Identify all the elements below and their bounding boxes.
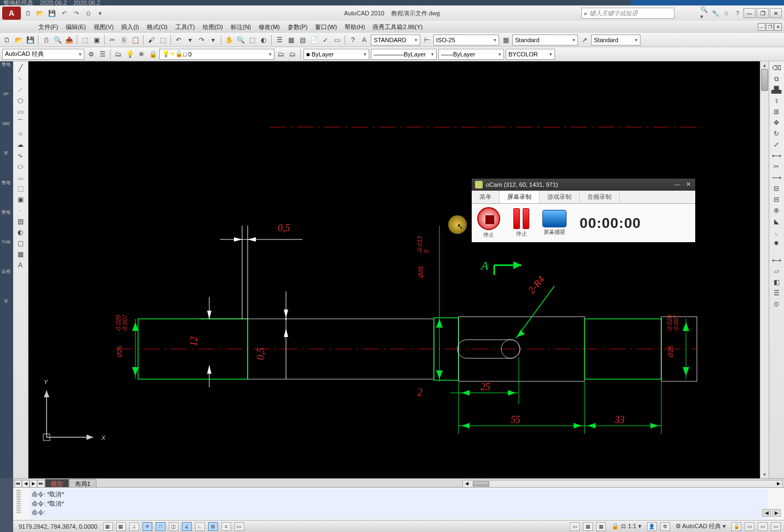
qat-open-icon[interactable]: 📂: [35, 8, 45, 18]
polar-toggle[interactable]: ✛: [142, 522, 152, 531]
zoom-realtime-icon[interactable]: 🔍: [236, 35, 245, 45]
plotstyle-combo[interactable]: BYCOLOR: [506, 49, 555, 60]
text-style-combo[interactable]: STANDARD: [371, 35, 420, 45]
locate-point-icon[interactable]: ⊙: [770, 299, 782, 309]
quickview-layouts-icon[interactable]: ▦: [583, 522, 593, 531]
tab-nav-prev[interactable]: ◀: [22, 480, 30, 488]
mtext-icon[interactable]: A: [14, 260, 26, 270]
layer-lock-icon[interactable]: 🔒: [148, 49, 158, 59]
close-button[interactable]: ✕: [770, 8, 782, 18]
layer-previous-icon[interactable]: 🗂: [276, 49, 286, 59]
tab-nav-next[interactable]: ▶: [30, 480, 37, 488]
circle-icon[interactable]: ○: [14, 128, 26, 139]
cut-icon[interactable]: ✂: [107, 35, 117, 45]
list-icon[interactable]: ☰: [770, 288, 782, 298]
ocam-close-button[interactable]: ✕: [683, 180, 693, 188]
region-icon[interactable]: ▢: [14, 238, 26, 248]
hardware-accel-icon[interactable]: ▭: [745, 522, 754, 531]
layer-match-icon[interactable]: 🗂: [288, 49, 297, 59]
pan-icon[interactable]: ✋: [224, 35, 234, 45]
copy-obj-icon[interactable]: ⧉: [770, 73, 782, 84]
dim-style-combo[interactable]: ISO-25: [433, 35, 499, 45]
distance-icon[interactable]: ⟷: [770, 255, 782, 265]
publish-icon[interactable]: 📤: [64, 35, 74, 45]
block-editor-icon[interactable]: ⬚: [158, 35, 168, 45]
color-combo[interactable]: ■ ByLayer: [304, 49, 369, 60]
stretch-icon[interactable]: ⟷: [770, 150, 782, 161]
redo-dropdown-icon[interactable]: ▾: [208, 35, 218, 45]
plot-preview-icon[interactable]: 🔍: [53, 35, 62, 45]
workspace-combo[interactable]: AutoCAD 经典: [2, 49, 84, 60]
ocam-tab-audio-record[interactable]: 音频录制: [580, 191, 620, 203]
text-style-icon[interactable]: A: [359, 35, 369, 45]
ocam-window[interactable]: oCam (312, 60, 1431, 971) — ✕ 菜单 屏幕录制 游戏…: [471, 178, 696, 243]
layer-status-icon[interactable]: 💡: [125, 49, 135, 59]
area-icon[interactable]: ▱: [770, 266, 782, 276]
scroll-down-icon[interactable]: ▼: [760, 471, 769, 478]
quickview-drawings-icon[interactable]: ▦: [596, 522, 606, 531]
menu-draw[interactable]: 绘图(D): [199, 22, 226, 32]
rotate-icon[interactable]: ↻: [770, 128, 782, 139]
command-line-input[interactable]: 命令: *取消* 命令: *取消* 命令:: [30, 489, 768, 519]
3ddwf-icon[interactable]: ⬚: [80, 35, 90, 45]
annotation-autoscale-icon[interactable]: ⚙: [660, 522, 670, 531]
table-style-icon[interactable]: ▦: [501, 35, 511, 45]
explode-icon[interactable]: ✸: [770, 238, 782, 248]
point-icon[interactable]: ·: [14, 205, 26, 215]
spline-icon[interactable]: ∿: [14, 150, 26, 161]
scroll-up-icon[interactable]: ▲: [760, 61, 769, 69]
drawing-canvas[interactable]: 0,5 12 0,5 Ø25 -0.007 -0.020: [28, 61, 760, 478]
ocam-tab-menu[interactable]: 菜单: [472, 191, 500, 203]
ocam-minimize-button[interactable]: —: [672, 180, 682, 188]
quickcalc-icon[interactable]: ▭: [332, 35, 342, 45]
properties-icon[interactable]: ☰: [274, 35, 284, 45]
tool-palettes-icon[interactable]: ▤: [297, 35, 307, 45]
move-icon[interactable]: ✥: [770, 117, 782, 128]
paste-icon[interactable]: 📋: [130, 35, 140, 45]
arc-icon[interactable]: ⌒: [14, 117, 26, 128]
menu-file[interactable]: 文件(F): [35, 22, 61, 32]
mleader-style-icon[interactable]: ↗: [580, 35, 590, 45]
dyn-toggle[interactable]: ⊞: [208, 522, 218, 531]
layer-freeze-icon[interactable]: ❄: [136, 49, 146, 59]
ellipse-icon[interactable]: ⬭: [14, 161, 26, 171]
menu-format[interactable]: 格式(O): [144, 22, 171, 32]
horizontal-scrollbar[interactable]: ◀ ▶: [462, 480, 783, 488]
maximize-button[interactable]: ❐: [757, 8, 769, 18]
hscroll-thumb[interactable]: [473, 481, 489, 487]
desktop-icon[interactable]: TUB: [0, 240, 12, 250]
favorites-icon[interactable]: ☆: [722, 8, 731, 18]
doc-restore-button[interactable]: ❐: [766, 23, 774, 31]
isolate-objects-icon[interactable]: ▭: [758, 522, 768, 531]
menu-parametric[interactable]: 参数(P): [284, 22, 311, 32]
revision-cloud-icon[interactable]: ☁: [14, 139, 26, 150]
menu-help[interactable]: 帮助(H): [341, 22, 368, 32]
cmdline-right-icon[interactable]: ▶: [772, 509, 781, 517]
table-style-combo[interactable]: Standard: [512, 35, 578, 45]
desktop-icon[interactable]: 整地: [0, 62, 12, 72]
help-icon[interactable]: ?: [348, 35, 358, 45]
annotation-scale[interactable]: 🔒 ⚖ 1:1 ▾: [609, 523, 643, 530]
new-icon[interactable]: 🗋: [2, 35, 12, 45]
region-icon[interactable]: ◧: [770, 277, 782, 287]
doc-minimize-button[interactable]: —: [758, 23, 765, 31]
offset-icon[interactable]: ⫴: [770, 95, 782, 106]
desktop-icon[interactable]: 整地: [0, 210, 12, 220]
markup-icon[interactable]: ✓: [321, 35, 330, 45]
save-icon[interactable]: 💾: [25, 35, 35, 45]
open-icon[interactable]: 📂: [14, 35, 24, 45]
hscroll-left-icon[interactable]: ◀: [463, 481, 471, 486]
menu-view[interactable]: 视图(V): [90, 22, 117, 32]
scale-icon[interactable]: ⤢: [770, 139, 782, 150]
workspace-switching[interactable]: ⚙ AutoCAD 经典 ▾: [673, 522, 728, 530]
annotation-visibility-icon[interactable]: 👤: [647, 522, 657, 531]
3dosnap-toggle[interactable]: ◫: [169, 522, 179, 531]
ellipse-arc-icon[interactable]: ⌓: [14, 172, 26, 182]
menu-edit[interactable]: 编辑(E): [62, 22, 89, 32]
redo-icon[interactable]: ↷: [197, 35, 207, 45]
array-icon[interactable]: ⊞: [770, 106, 782, 117]
linetype-combo[interactable]: ————— ByLayer: [371, 49, 437, 60]
mirror-icon[interactable]: ▟▙: [770, 84, 782, 95]
model-paper-toggle[interactable]: ▭: [570, 522, 580, 531]
scroll-thumb[interactable]: [761, 69, 768, 91]
